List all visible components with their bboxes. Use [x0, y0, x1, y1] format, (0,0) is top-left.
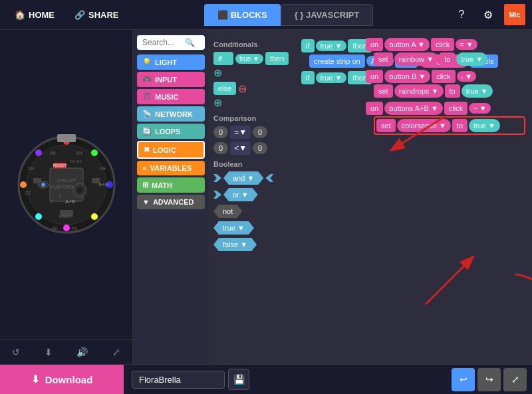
logic-icon: ✖: [144, 146, 150, 154]
svg-text:Y: Y: [59, 194, 62, 199]
download-label: Download: [45, 374, 93, 385]
download-small-button[interactable]: ⬇: [42, 344, 55, 360]
variables-icon: ≡: [142, 164, 146, 172]
settings-button[interactable]: ⚙: [477, 4, 499, 25]
header-left: 🏠 HOME 🔗 SHARE: [7, 6, 127, 24]
comparison-equals-block[interactable]: 0 =▼ 0: [213, 126, 291, 139]
diamond-right-icon: [265, 174, 273, 182]
fullscreen-button[interactable]: ⤢: [110, 344, 123, 360]
svg-text:VOUT: VOUT: [59, 214, 72, 219]
svg-text:TX: TX: [70, 159, 75, 163]
category-loops[interactable]: 🔄 LOOPS: [137, 124, 205, 139]
category-panel: 🔍 💡 LIGHT 🎮 INPUT 🎵 MUSIC 📡 NETWORK 🔄 LO…: [133, 30, 209, 364]
footer: ⬇ Download 💾 ↩ ↪ ⤢: [0, 364, 532, 394]
category-variables[interactable]: ≡ VARIABLES: [137, 161, 205, 175]
category-network[interactable]: 📡 NETWORK: [137, 106, 205, 122]
category-light[interactable]: 💡 LIGHT: [137, 54, 205, 70]
reset-button[interactable]: ↺: [9, 344, 23, 360]
category-music[interactable]: 🎵 MUSIC: [137, 89, 205, 104]
comparison-less-block[interactable]: 0 <▼ 0: [213, 142, 291, 155]
svg-text:A1: A1: [72, 226, 78, 231]
false-block[interactable]: false ▼: [213, 238, 291, 251]
home-label: HOME: [29, 10, 55, 20]
header-tabs: ⬛ BLOCKS { } JAVASCRIPT: [134, 4, 444, 26]
main-area: CIRCUIT PLAYGROUND D8 D7 A9 A6 RX VOUT A…: [0, 30, 532, 364]
diamond-left-icon: [213, 174, 221, 182]
svg-text:X: X: [50, 199, 53, 204]
add-else-button[interactable]: ⊕: [213, 96, 291, 109]
project-name-input[interactable]: [132, 371, 225, 389]
svg-text:D7: D7: [25, 191, 31, 195]
svg-text:A+B: A+B: [65, 199, 75, 205]
and-block[interactable]: and ▼: [213, 171, 291, 185]
gear-icon: ⚙: [483, 9, 493, 21]
svg-rect-10: [57, 134, 76, 142]
zoom-button[interactable]: ⤢: [503, 368, 527, 391]
search-box[interactable]: 🔍: [137, 35, 205, 50]
header: 🏠 HOME 🔗 SHARE ⬛ BLOCKS { } JAVASCRIPT ?…: [0, 0, 532, 30]
svg-text:D8: D8: [28, 166, 34, 171]
if-then-block[interactable]: if true ▼ then ⊕ else ⊖ ⊕: [213, 52, 291, 109]
input-icon: 🎮: [142, 75, 152, 84]
remove-condition-button[interactable]: ⊖: [238, 82, 247, 95]
canvas-group-events: on button A ▼ click = ▼ set rainbow ▼ to…: [366, 38, 525, 135]
blocks-panel: Conditionals if true ▼ then ⊕ else ⊖ ⊕ C…: [209, 30, 296, 364]
svg-point-5: [91, 213, 98, 220]
device-controls: ↺ ⬇ 🔊 ⤢: [0, 339, 132, 364]
loops-icon: 🔄: [142, 127, 152, 136]
tab-javascript[interactable]: { } JAVASCRIPT: [281, 4, 374, 26]
share-button[interactable]: 🔗 SHARE: [66, 6, 127, 24]
svg-point-6: [63, 225, 70, 231]
conditionals-label: Conditionals: [213, 41, 291, 49]
svg-text:A0: A0: [52, 226, 58, 231]
save-button[interactable]: 💾: [228, 369, 249, 390]
boolean-label: Boolean: [213, 160, 291, 168]
circuit-board-svg: CIRCUIT PLAYGROUND D8 D7 A9 A6 RX VOUT A…: [13, 132, 120, 238]
or-block[interactable]: or ▼: [213, 188, 291, 201]
undo-button[interactable]: ↩: [452, 368, 475, 391]
network-icon: 📡: [142, 110, 152, 118]
svg-point-7: [35, 213, 42, 220]
help-button[interactable]: ?: [451, 4, 472, 25]
search-icon: 🔍: [185, 38, 195, 47]
light-icon: 💡: [142, 58, 152, 66]
category-math[interactable]: ⊞ MATH: [137, 177, 205, 193]
svg-text:A+B: A+B: [98, 181, 108, 187]
help-icon: ?: [459, 9, 465, 21]
home-button[interactable]: 🏠 HOME: [7, 6, 63, 24]
volume-button[interactable]: 🔊: [74, 344, 90, 360]
device-view: CIRCUIT PLAYGROUND D8 D7 A9 A6 RX VOUT A…: [0, 30, 132, 339]
home-icon: 🏠: [15, 10, 25, 20]
download-button[interactable]: ⬇ Download: [0, 365, 124, 395]
svg-text:RX: RX: [76, 159, 82, 163]
true-block[interactable]: true ▼: [213, 221, 291, 235]
svg-text:A9: A9: [100, 166, 106, 171]
category-advanced[interactable]: ▼ ADVANCED: [137, 195, 205, 209]
save-icon: 💾: [233, 374, 245, 385]
share-label: SHARE: [88, 10, 119, 20]
svg-point-27: [41, 183, 45, 187]
redo-button[interactable]: ↪: [477, 368, 501, 391]
category-logic[interactable]: ✖ LOGIC: [137, 141, 205, 159]
footer-right: ↩ ↪ ⤢: [452, 368, 532, 391]
search-input[interactable]: [142, 38, 182, 47]
chevron-down-icon: ▼: [142, 198, 150, 206]
device-panel: CIRCUIT PLAYGROUND D8 D7 A9 A6 RX VOUT A…: [0, 30, 133, 364]
undo-icon: ↩: [460, 374, 467, 385]
canvas-area: if true ▼ then ⊕ 160 create strip on A1 …: [296, 30, 532, 364]
category-input[interactable]: 🎮 INPUT: [137, 72, 205, 87]
header-right: ? ⚙ Mic: [451, 4, 525, 25]
share-icon: 🔗: [74, 10, 85, 20]
not-block[interactable]: not: [213, 205, 291, 218]
on-buttons-ab-row: on buttons A+B ▼ click ~ ▼: [366, 102, 525, 115]
svg-text:RESET: RESET: [53, 163, 66, 167]
red-arrow-3: [509, 268, 532, 328]
tab-blocks[interactable]: ⬛ BLOCKS: [204, 4, 281, 26]
download-icon: ⬇: [31, 373, 40, 385]
red-arrow-2: [419, 245, 499, 311]
microsoft-logo: Mic: [504, 4, 525, 25]
add-condition-button[interactable]: ⊕: [213, 66, 291, 79]
svg-point-9: [35, 149, 42, 156]
on-button-b-row: on button B ▼ click - ▼: [366, 70, 525, 83]
circuit-board-container: CIRCUIT PLAYGROUND D8 D7 A9 A6 RX VOUT A…: [13, 132, 120, 238]
